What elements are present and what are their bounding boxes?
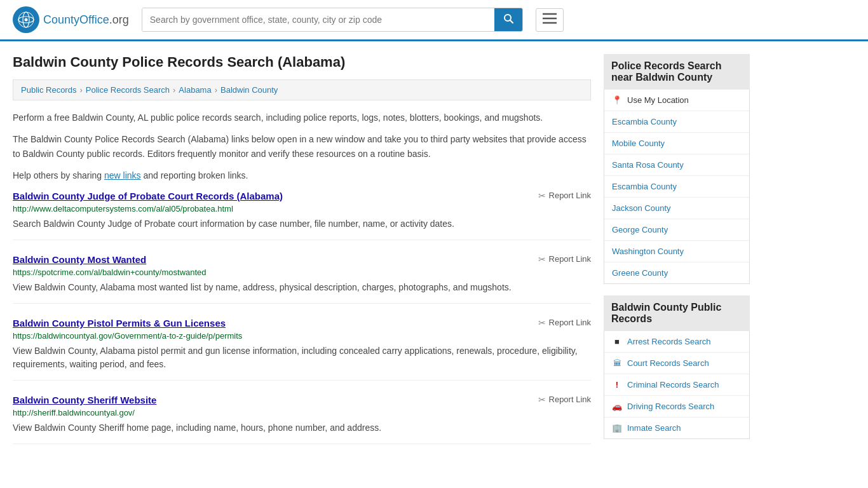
public-records-section: Baldwin County Public Records ■ Arrest R… bbox=[604, 295, 750, 439]
svg-line-5 bbox=[510, 20, 513, 24]
sidebar-item-court-records[interactable]: 🏛 Court Records Search bbox=[604, 353, 749, 374]
sidebar: Police Records Search near Baldwin Count… bbox=[604, 54, 750, 458]
svg-point-3 bbox=[25, 18, 28, 22]
result-url-2[interactable]: https://spotcrime.com/al/baldwin+county/… bbox=[13, 268, 591, 277]
inmate-search-icon: 🏢 bbox=[612, 423, 622, 433]
breadcrumb-baldwin-county[interactable]: Baldwin County bbox=[220, 85, 278, 95]
nearby-section-body: 📍 Use My Location Escambia County Mobile… bbox=[604, 90, 750, 284]
logo-text: CountyOffice.org bbox=[43, 13, 129, 27]
use-my-location-label: Use My Location bbox=[627, 95, 689, 105]
result-header-2: Baldwin County Most Wanted ✂ Report Link bbox=[13, 254, 591, 265]
page-title: Baldwin County Police Records Search (Al… bbox=[13, 54, 591, 71]
main-content: Baldwin County Police Records Search (Al… bbox=[13, 54, 591, 458]
nearby-section: Police Records Search near Baldwin Count… bbox=[604, 54, 750, 284]
report-link-btn-3[interactable]: ✂ Report Link bbox=[538, 318, 591, 328]
logo-name: CountyOffice bbox=[43, 13, 109, 26]
sidebar-item-greene[interactable]: Greene County bbox=[604, 262, 749, 283]
report-link-label-3: Report Link bbox=[549, 318, 591, 327]
report-link-btn-1[interactable]: ✂ Report Link bbox=[538, 191, 591, 201]
nearby-section-header: Police Records Search near Baldwin Count… bbox=[604, 54, 750, 90]
sidebar-item-santa-rosa[interactable]: Santa Rosa County bbox=[604, 154, 749, 176]
sidebar-item-inmate-search[interactable]: 🏢 Inmate Search bbox=[604, 417, 749, 438]
county-link-escambia-1: Escambia County bbox=[612, 117, 677, 126]
breadcrumb: Public Records › Police Records Search ›… bbox=[13, 79, 591, 100]
result-url-3[interactable]: https://baldwincountyal.gov/Government/a… bbox=[13, 331, 591, 341]
result-title-2[interactable]: Baldwin County Most Wanted bbox=[13, 254, 146, 265]
breadcrumb-alabama[interactable]: Alabama bbox=[179, 85, 211, 95]
sidebar-item-jackson[interactable]: Jackson County bbox=[604, 198, 749, 219]
sidebar-item-george[interactable]: George County bbox=[604, 219, 749, 241]
search-input[interactable] bbox=[142, 8, 494, 31]
result-url-1[interactable]: http://www.deltacomputersystems.com/al/a… bbox=[13, 204, 591, 214]
report-link-btn-2[interactable]: ✂ Report Link bbox=[538, 254, 591, 264]
sidebar-item-washington[interactable]: Washington County bbox=[604, 241, 749, 262]
report-icon-2: ✂ bbox=[538, 254, 546, 264]
county-link-jackson: Jackson County bbox=[612, 203, 671, 213]
sidebar-item-escambia-1[interactable]: Escambia County bbox=[604, 111, 749, 133]
county-link-greene: Greene County bbox=[612, 268, 668, 278]
description-3-pre: Help others by sharing bbox=[13, 170, 104, 180]
sidebar-item-arrest-records[interactable]: ■ Arrest Records Search bbox=[604, 331, 749, 353]
court-records-label: Court Records Search bbox=[627, 358, 709, 368]
description-3-post: and reporting broken links. bbox=[141, 170, 248, 180]
results-list: Baldwin County Judge of Probate Court Re… bbox=[13, 191, 591, 444]
criminal-records-label: Criminal Records Search bbox=[627, 380, 719, 390]
description-3: Help others by sharing new links and rep… bbox=[13, 168, 591, 182]
driving-records-label: Driving Records Search bbox=[627, 402, 714, 411]
search-bar bbox=[142, 8, 523, 32]
description-1: Perform a free Baldwin County, AL public… bbox=[13, 111, 591, 125]
sidebar-item-use-location[interactable]: 📍 Use My Location bbox=[604, 90, 749, 111]
report-icon-3: ✂ bbox=[538, 318, 546, 328]
result-header-4: Baldwin County Sheriff Website ✂ Report … bbox=[13, 395, 591, 405]
main-layout: Baldwin County Police Records Search (Al… bbox=[0, 41, 868, 471]
site-logo[interactable]: CountyOffice.org bbox=[13, 6, 129, 33]
driving-records-icon: 🚗 bbox=[612, 402, 622, 411]
sidebar-item-criminal-records[interactable]: ! Criminal Records Search bbox=[604, 374, 749, 396]
breadcrumb-sep-3: › bbox=[215, 85, 217, 95]
report-link-label-1: Report Link bbox=[549, 191, 591, 200]
arrest-records-icon: ■ bbox=[612, 337, 622, 346]
public-records-section-body: ■ Arrest Records Search 🏛 Court Records … bbox=[604, 331, 750, 439]
result-title-1[interactable]: Baldwin County Judge of Probate Court Re… bbox=[13, 191, 283, 201]
report-link-btn-4[interactable]: ✂ Report Link bbox=[538, 395, 591, 405]
breadcrumb-public-records[interactable]: Public Records bbox=[21, 85, 76, 95]
new-links-link[interactable]: new links bbox=[104, 170, 141, 180]
court-records-icon: 🏛 bbox=[612, 358, 622, 368]
county-link-escambia-2: Escambia County bbox=[612, 182, 677, 191]
breadcrumb-police-records-search[interactable]: Police Records Search bbox=[86, 85, 170, 95]
result-title-4[interactable]: Baldwin County Sheriff Website bbox=[13, 395, 156, 405]
result-desc-1: Search Baldwin County Judge of Probate c… bbox=[13, 217, 591, 231]
description-2: The Baldwin County Police Records Search… bbox=[13, 132, 591, 161]
county-link-washington: Washington County bbox=[612, 247, 684, 256]
result-header-3: Baldwin County Pistol Permits & Gun Lice… bbox=[13, 318, 591, 329]
result-desc-2: View Baldwin County, Alabama most wanted… bbox=[13, 281, 591, 294]
arrest-records-label: Arrest Records Search bbox=[627, 337, 711, 346]
breadcrumb-sep-1: › bbox=[79, 85, 82, 95]
result-desc-4: View Baldwin County Sheriff home page, i… bbox=[13, 421, 591, 435]
report-link-label-2: Report Link bbox=[549, 254, 591, 264]
report-icon-4: ✂ bbox=[538, 395, 546, 405]
sidebar-item-mobile[interactable]: Mobile County bbox=[604, 133, 749, 154]
report-icon-1: ✂ bbox=[538, 191, 546, 201]
result-desc-3: View Baldwin County, Alabama pistol perm… bbox=[13, 344, 591, 371]
result-url-4[interactable]: http://sheriff.baldwincountyal.gov/ bbox=[13, 408, 591, 417]
county-link-santa-rosa: Santa Rosa County bbox=[612, 160, 684, 170]
result-title-3[interactable]: Baldwin County Pistol Permits & Gun Lice… bbox=[13, 318, 226, 329]
county-link-mobile: Mobile County bbox=[612, 139, 665, 148]
search-button[interactable] bbox=[494, 8, 522, 31]
sidebar-item-driving-records[interactable]: 🚗 Driving Records Search bbox=[604, 396, 749, 417]
logo-suffix: .org bbox=[109, 13, 129, 26]
hamburger-menu-button[interactable] bbox=[536, 8, 564, 32]
sidebar-item-escambia-2[interactable]: Escambia County bbox=[604, 176, 749, 198]
site-header: CountyOffice.org bbox=[0, 0, 868, 41]
county-link-george: George County bbox=[612, 225, 668, 234]
result-item-2: Baldwin County Most Wanted ✂ Report Link… bbox=[13, 254, 591, 304]
inmate-search-label: Inmate Search bbox=[627, 423, 681, 433]
result-item-4: Baldwin County Sheriff Website ✂ Report … bbox=[13, 395, 591, 444]
logo-icon bbox=[13, 6, 39, 33]
result-item-3: Baldwin County Pistol Permits & Gun Lice… bbox=[13, 318, 591, 381]
criminal-records-icon: ! bbox=[612, 380, 622, 390]
location-pin-icon: 📍 bbox=[612, 95, 622, 105]
public-records-section-header: Baldwin County Public Records bbox=[604, 295, 750, 331]
result-item-1: Baldwin County Judge of Probate Court Re… bbox=[13, 191, 591, 240]
